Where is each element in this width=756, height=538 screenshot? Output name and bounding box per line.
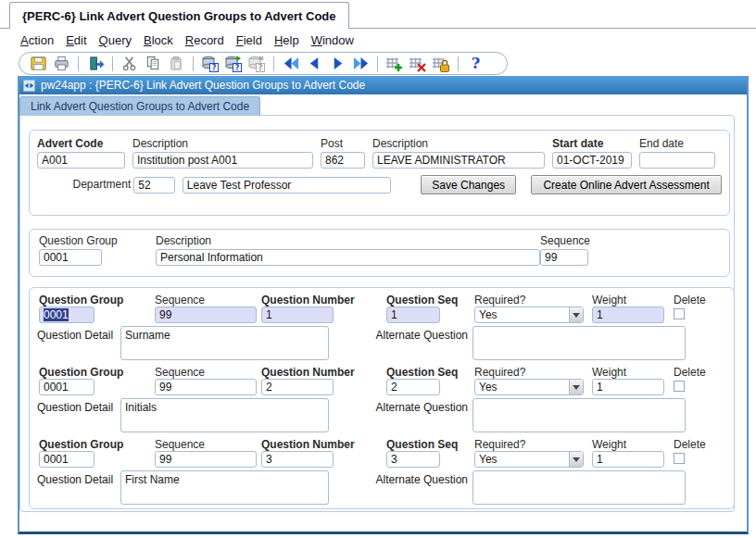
q-required-select[interactable]: Yes <box>474 307 584 323</box>
end-date-field[interactable] <box>639 152 715 169</box>
create-online-advert-assessment-button[interactable]: Create Online Advert Assessment <box>531 175 722 194</box>
post-description-label: Description <box>372 137 552 151</box>
menu-help[interactable]: Help <box>274 33 299 47</box>
q-sequence-field[interactable]: 99 <box>155 379 257 395</box>
q-delete-checkbox[interactable] <box>674 381 685 392</box>
previous-record-icon[interactable] <box>304 55 324 73</box>
q-number-field[interactable]: 1 <box>261 307 334 323</box>
q-delete-checkbox[interactable] <box>674 453 685 464</box>
toolbar-separator <box>273 56 274 71</box>
q-seq-label: Question Seq <box>386 437 474 451</box>
q-sequence-label: Sequence <box>155 293 261 307</box>
q-alternate-textarea[interactable] <box>472 326 686 360</box>
advert-description-label: Description <box>132 137 321 151</box>
q-sequence-field[interactable]: 99 <box>155 451 257 468</box>
q-detail-textarea[interactable]: Initials <box>120 398 329 432</box>
post-label: Post <box>321 137 372 151</box>
q-weight-field[interactable]: 1 <box>592 451 664 468</box>
q-group-field[interactable]: 0001 <box>39 451 94 468</box>
q-delete-label: Delete <box>674 365 724 379</box>
svg-text:?: ? <box>235 64 240 72</box>
start-date-label: Start date <box>552 137 639 151</box>
question-group-sequence-label: Sequence <box>540 234 596 248</box>
q-group-field[interactable]: 0001 <box>39 307 94 323</box>
question-record: Question Group Sequence Question Number … <box>37 437 726 505</box>
advert-description-field[interactable]: Institution post A001 <box>132 152 313 169</box>
tab-page-canvas: Advert Code A001 Description Institution… <box>19 115 735 512</box>
q-detail-textarea[interactable]: First Name <box>120 470 329 505</box>
q-number-field[interactable]: 2 <box>261 379 334 395</box>
start-date-field[interactable]: 01-OCT-2019 <box>552 152 632 169</box>
menu-edit[interactable]: Edit <box>66 33 86 47</box>
save-changes-button[interactable]: Save Changes <box>421 175 516 194</box>
exit-icon[interactable] <box>85 55 106 73</box>
q-delete-checkbox[interactable] <box>674 308 685 319</box>
department-name-field[interactable]: Leave Test Professor <box>183 177 391 194</box>
question-group-description-field[interactable]: Personal Information <box>156 249 540 266</box>
q-required-label: Required? <box>474 437 592 451</box>
post-description-field[interactable]: LEAVE ADMINISTRATOR <box>372 152 545 169</box>
q-sequence-label: Sequence <box>155 365 261 379</box>
q-alternate-textarea[interactable] <box>472 398 686 432</box>
q-number-field[interactable]: 3 <box>261 451 334 468</box>
question-group-field[interactable]: 0001 <box>39 249 102 266</box>
window-tab[interactable]: {PERC-6} Link Advert Question Groups to … <box>9 2 349 29</box>
execute-query-icon[interactable]: ? <box>223 55 244 73</box>
toolbar-separator <box>377 56 378 71</box>
advert-code-label: Advert Code <box>37 137 132 151</box>
q-question-seq-field[interactable]: 3 <box>386 451 440 468</box>
question-group-description-label: Description <box>156 234 540 248</box>
question-records-box: Question Group Sequence Question Number … <box>29 287 735 509</box>
insert-record-icon[interactable] <box>384 55 405 73</box>
toolbar: ? ? ? ? <box>19 52 508 75</box>
question-group-label: Question Group <box>39 234 156 248</box>
menu-record[interactable]: Record <box>185 33 224 47</box>
help-icon[interactable]: ? <box>465 55 485 73</box>
print-icon[interactable] <box>51 55 71 73</box>
q-group-field[interactable]: 0001 <box>39 379 94 395</box>
lock-record-icon[interactable] <box>431 55 451 73</box>
q-required-select[interactable]: Yes <box>474 379 584 395</box>
department-code-field[interactable]: 52 <box>133 177 175 194</box>
menu-window[interactable]: Window <box>311 33 354 47</box>
svg-text:?: ? <box>258 64 263 72</box>
q-question-seq-field[interactable]: 2 <box>386 379 440 395</box>
q-group-label: Question Group <box>39 437 155 451</box>
next-record-icon[interactable] <box>327 55 347 73</box>
cancel-query-icon[interactable]: ? <box>246 55 267 73</box>
menu-query[interactable]: Query <box>99 33 132 47</box>
toolbar-separator <box>78 56 79 71</box>
menu-field[interactable]: Field <box>236 33 262 47</box>
q-number-label: Question Number <box>261 293 386 307</box>
first-record-icon[interactable] <box>281 55 301 73</box>
q-alternate-label: Alternate Question <box>363 470 472 505</box>
menu-block[interactable]: Block <box>144 33 173 47</box>
window-icon <box>23 80 35 92</box>
window-title-bar[interactable]: pw24app : {PERC-6} Link Advert Question … <box>19 76 747 94</box>
save-icon[interactable] <box>28 55 48 73</box>
q-weight-field[interactable]: 1 <box>592 307 664 323</box>
menu-action[interactable]: Action <box>20 33 54 47</box>
q-alternate-label: Alternate Question <box>363 326 472 360</box>
q-weight-field[interactable]: 1 <box>592 379 664 395</box>
enter-query-icon[interactable]: ? <box>200 55 220 73</box>
toolbar-separator <box>112 56 113 71</box>
q-required-select[interactable]: Yes <box>474 451 584 468</box>
q-weight-label: Weight <box>592 365 674 379</box>
q-number-label: Question Number <box>261 365 386 379</box>
q-question-seq-field[interactable]: 1 <box>386 307 440 323</box>
question-group-sequence-field[interactable]: 99 <box>540 249 588 266</box>
q-alternate-textarea[interactable] <box>472 470 686 505</box>
q-sequence-label: Sequence <box>155 437 261 451</box>
chevron-down-icon <box>569 452 583 467</box>
cut-icon[interactable] <box>120 55 140 73</box>
paste-icon[interactable] <box>166 55 186 73</box>
copy-icon[interactable] <box>143 55 163 73</box>
last-record-icon[interactable] <box>350 55 371 73</box>
q-detail-textarea[interactable]: Surname <box>120 326 329 360</box>
delete-record-icon[interactable] <box>408 55 428 73</box>
advert-code-field[interactable]: A001 <box>37 152 125 169</box>
q-sequence-field[interactable]: 99 <box>155 307 257 323</box>
tab-link-advert-question-groups[interactable]: Link Advert Question Groups to Advert Co… <box>19 96 260 116</box>
post-field[interactable]: 862 <box>321 152 365 169</box>
